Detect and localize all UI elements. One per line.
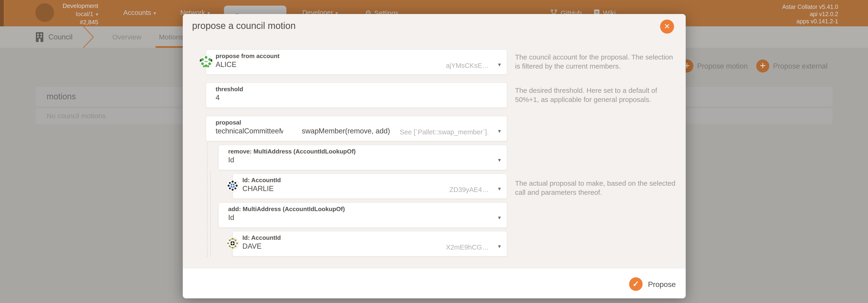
add-account-select[interactable]: Id: AccountId DAVE X2mE9hCG… ▾	[232, 231, 507, 256]
chevron-down-icon: ▾	[96, 11, 98, 17]
field-label: remove: MultiAddress (AccountIdLookupOf)	[228, 148, 355, 155]
page-heading: motions	[46, 92, 76, 102]
node-name: local/1	[76, 10, 93, 18]
propose-submit-label[interactable]: Propose	[648, 280, 676, 289]
version-node: Astar Collator v5.41.0	[734, 3, 838, 10]
modal-title: propose a council motion	[192, 21, 296, 31]
helper-account: The council account for the proposal. Th…	[515, 53, 678, 71]
close-icon: ✕	[664, 22, 670, 31]
account-name: DAVE	[242, 242, 261, 250]
account-address: ZD39yAE4…	[450, 186, 489, 194]
propose-council-motion-modal: propose a council motion ✕ propose from …	[183, 14, 686, 298]
chain-selector[interactable]: Development local/1▾ #2,845	[56, 2, 98, 26]
proposal-doc: See [`Pallet::swap_member`].	[400, 128, 489, 136]
field-label: add: MultiAddress (AccountIdLookupOf)	[228, 205, 345, 213]
chevron-down-icon[interactable]: ▾	[498, 214, 501, 221]
field-label: Id: AccountId	[242, 234, 281, 241]
account-name: CHARLIE	[242, 185, 274, 193]
threshold-value: 4	[216, 93, 220, 102]
helper-proposal: The actual proposal to make, based on th…	[515, 179, 678, 197]
chevron-down-icon: ▾	[153, 10, 156, 16]
remove-type-select[interactable]: remove: MultiAddress (AccountIdLookupOf)…	[218, 145, 507, 170]
account-name: ALICE	[216, 60, 237, 69]
remove-account-select[interactable]: Id: AccountId CHARLIE ZD39yAE4… ▾	[232, 173, 507, 199]
plus-icon: +	[760, 60, 766, 71]
indent-rail	[210, 171, 211, 257]
chevron-down-icon[interactable]: ▾	[498, 157, 501, 163]
field-label: propose from account	[216, 53, 279, 60]
account-address: ajYMsCKsE…	[446, 62, 489, 70]
version-info: Astar Collator v5.41.0 api v12.0.2 apps …	[734, 3, 838, 25]
helper-threshold: The desired threshold. Here set to a def…	[515, 86, 678, 104]
field-label: proposal	[216, 119, 241, 126]
account-select[interactable]: propose from account ALICE ajYMsCKsE… ▾	[206, 50, 507, 75]
chain-logo[interactable]	[35, 3, 54, 22]
breadcrumb-section[interactable]: Council	[49, 33, 72, 41]
threshold-input[interactable]: threshold 4	[206, 83, 507, 108]
tab-overview[interactable]: Overview	[110, 33, 144, 41]
identicon-charlie	[226, 179, 239, 192]
field-label: threshold	[216, 86, 243, 93]
menu-label: Accounts	[123, 9, 151, 16]
propose-external-label[interactable]: Propose external	[773, 62, 828, 71]
chevron-down-icon[interactable]: ▾	[498, 61, 501, 68]
version-apps: apps v0.141.2-1	[734, 18, 838, 25]
app-root: Development local/1▾ #2,845 Accounts▾ Ne…	[0, 0, 868, 303]
menu-item-accounts[interactable]: Accounts▾	[116, 9, 163, 17]
chevron-down-icon[interactable]: ▾	[498, 128, 501, 134]
chain-name: Development	[56, 2, 98, 9]
account-address: X2mE9hCG…	[446, 244, 489, 251]
propose-submit-button[interactable]: ✓	[629, 277, 643, 291]
remove-type-value: Id	[228, 156, 234, 164]
version-api: api v12.0.2	[734, 10, 838, 18]
proposal-method: swapMember(remove, add)	[302, 127, 390, 135]
proposal-select[interactable]: proposal technicalCommitteeM swapMember(…	[206, 116, 507, 141]
identicon-alice	[199, 55, 213, 68]
identicon-dave	[226, 237, 239, 250]
modal-footer: ✓ Propose	[183, 269, 686, 298]
empty-text: No council motions	[46, 112, 105, 120]
window-edge	[0, 0, 4, 26]
breadcrumb-chevron-icon	[83, 26, 94, 48]
council-icon	[35, 32, 44, 43]
indent-rail	[207, 143, 208, 257]
proposal-section: technicalCommitteeM	[216, 127, 283, 135]
tab-motions[interactable]: Motions	[156, 33, 186, 41]
active-tab-underline	[156, 46, 187, 48]
close-button[interactable]: ✕	[660, 20, 674, 34]
check-icon: ✓	[632, 279, 639, 288]
chevron-down-icon[interactable]: ▾	[498, 186, 501, 192]
add-type-value: Id	[228, 214, 234, 222]
chevron-down-icon[interactable]: ▾	[498, 243, 501, 250]
add-type-select[interactable]: add: MultiAddress (AccountIdLookupOf) Id…	[218, 202, 507, 228]
field-label: Id: AccountId	[242, 176, 281, 184]
block-number: #2,845	[56, 19, 98, 26]
propose-motion-label[interactable]: Propose motion	[697, 62, 748, 71]
propose-external-button[interactable]: +	[756, 59, 769, 73]
